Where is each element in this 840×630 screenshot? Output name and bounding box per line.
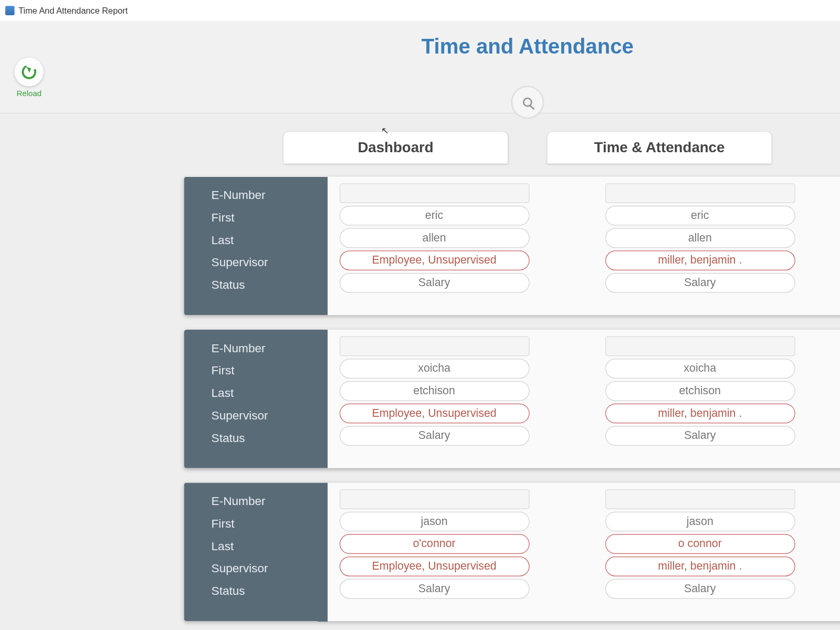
enumber-field[interactable] — [339, 183, 529, 203]
app-icon — [5, 6, 15, 15]
employee-card: E-NumberFirstLastSupervisorStatusericall… — [184, 177, 840, 316]
window-titlebar: Time And Attendance Report — ☐ ✕ — [0, 0, 840, 21]
window-title: Time And Attendance Report — [18, 6, 128, 16]
label-last: Last — [212, 539, 328, 556]
data-area: ericallenEmployee, UnsupervisedSalaryeri… — [328, 177, 840, 316]
supervisor-field[interactable]: miller, benjamin . — [605, 250, 795, 270]
status-field[interactable]: Salary — [605, 426, 795, 446]
last-field[interactable]: etchison — [339, 381, 529, 401]
label-first: First — [212, 364, 328, 381]
first-field[interactable]: jason — [339, 512, 529, 532]
label-first: First — [212, 211, 328, 228]
data-area: jasono'connorEmployee, UnsupervisedSalar… — [328, 482, 840, 621]
data-column-left: ericallenEmployee, UnsupervisedSalary — [339, 183, 529, 315]
data-column-left: jasono'connorEmployee, UnsupervisedSalar… — [339, 489, 529, 621]
tabs: Dashboard Time & Attendance — [0, 132, 840, 163]
employee-card: E-NumberFirstLastSupervisorStatusxoichae… — [184, 330, 840, 468]
label-first: First — [212, 517, 328, 534]
data-column-left: xoichaetchisonEmployee, UnsupervisedSala… — [339, 337, 529, 468]
label-status: Status — [212, 431, 328, 448]
last-field[interactable]: allen — [605, 228, 795, 248]
label-status: Status — [212, 584, 328, 602]
tab-dashboard[interactable]: Dashboard — [284, 132, 508, 163]
label-last: Last — [212, 386, 328, 404]
status-field[interactable]: Salary — [339, 426, 529, 446]
tab-label: Dashboard — [358, 139, 433, 156]
app-header: Time and Attendance Reload ✕ Close — [0, 21, 840, 113]
supervisor-field[interactable]: Employee, Unsupervised — [339, 404, 529, 424]
field-labels: E-NumberFirstLastSupervisorStatus — [184, 177, 328, 316]
last-field[interactable]: etchison — [605, 381, 795, 401]
first-field[interactable]: xoicha — [605, 359, 795, 379]
enumber-field[interactable] — [605, 489, 795, 509]
data-area: xoichaetchisonEmployee, UnsupervisedSala… — [328, 330, 840, 468]
enumber-field[interactable] — [605, 337, 795, 356]
first-field[interactable]: xoicha — [339, 359, 529, 379]
status-field[interactable]: Salary — [339, 273, 529, 293]
last-field[interactable]: o'connor — [339, 534, 529, 554]
employee-card: E-NumberFirstLastSupervisorStatusjasono'… — [184, 482, 840, 621]
supervisor-field[interactable]: miller, benjamin . — [605, 404, 795, 424]
label-enumber: E-Number — [212, 342, 328, 359]
reload-label: Reload — [16, 89, 41, 99]
enumber-field[interactable] — [339, 489, 529, 509]
field-labels: E-NumberFirstLastSupervisorStatus — [184, 330, 328, 468]
app-title: Time and Attendance — [0, 21, 840, 59]
supervisor-field[interactable]: Employee, Unsupervised — [339, 250, 529, 270]
field-labels: E-NumberFirstLastSupervisorStatus — [184, 482, 328, 621]
search-button[interactable] — [511, 86, 544, 119]
reload-button[interactable]: Reload — [15, 57, 44, 98]
first-field[interactable]: eric — [605, 206, 795, 226]
data-column-right: jasono connormiller, benjamin .Salary — [605, 489, 795, 621]
reload-icon — [20, 62, 38, 81]
label-enumber: E-Number — [212, 495, 328, 512]
data-column-right: ericallenmiller, benjamin .Salary — [605, 183, 795, 315]
label-last: Last — [212, 234, 328, 251]
enumber-field[interactable] — [339, 337, 529, 356]
status-field[interactable]: Salary — [605, 273, 795, 293]
data-column-right: xoichaetchisonmiller, benjamin .Salary — [605, 337, 795, 468]
tab-label: Time & Attendance — [594, 139, 725, 156]
status-field[interactable]: Salary — [339, 579, 529, 599]
label-enumber: E-Number — [212, 188, 328, 206]
enumber-field[interactable] — [605, 183, 795, 203]
label-status: Status — [212, 278, 328, 296]
first-field[interactable]: eric — [339, 206, 529, 226]
last-field[interactable]: allen — [339, 228, 529, 248]
status-field[interactable]: Salary — [605, 579, 795, 599]
supervisor-field[interactable]: Employee, Unsupervised — [339, 556, 529, 576]
label-supervisor: Supervisor — [212, 409, 328, 426]
tab-time-attendance[interactable]: Time & Attendance — [547, 132, 771, 163]
supervisor-field[interactable]: miller, benjamin . — [605, 556, 795, 576]
label-supervisor: Supervisor — [212, 256, 328, 273]
label-supervisor: Supervisor — [212, 562, 328, 579]
first-field[interactable]: jason — [605, 512, 795, 532]
search-icon — [523, 98, 532, 107]
cards-list: E-NumberFirstLastSupervisorStatusericall… — [184, 177, 840, 622]
last-field[interactable]: o connor — [605, 534, 795, 554]
